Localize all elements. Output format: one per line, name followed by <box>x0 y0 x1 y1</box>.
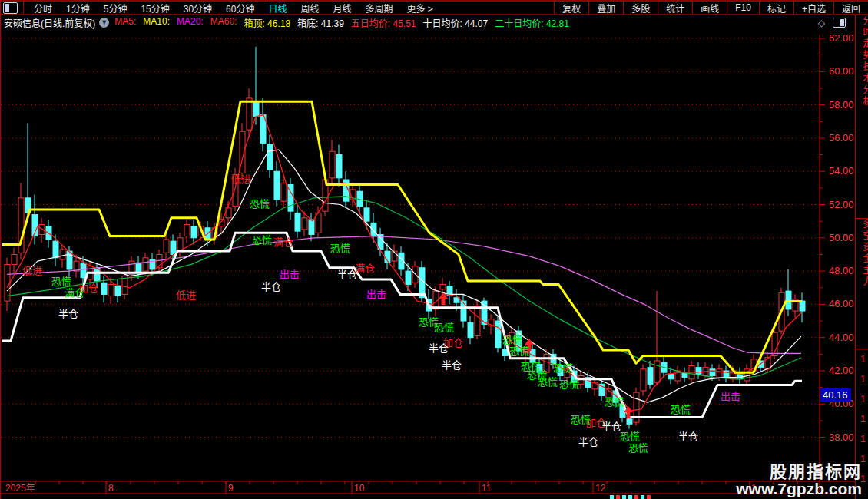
candle-up <box>654 361 660 382</box>
signal-label: 半仓 <box>337 269 357 280</box>
period-tab-多周期[interactable]: 多周期 <box>359 2 400 15</box>
period-tab-15分钟[interactable]: 15分钟 <box>134 2 176 15</box>
period-tab-月线[interactable]: 月线 <box>326 2 359 15</box>
period-tab-更多 >[interactable]: 更多 > <box>400 2 440 15</box>
watermark: 股朋指标网 www.7gpzb.com <box>736 463 862 498</box>
candle-down <box>171 241 176 254</box>
candle-down <box>295 213 300 231</box>
candle-up <box>475 306 480 336</box>
indicator-value: MA20: <box>177 16 204 29</box>
volume-bar-sliver <box>616 495 620 499</box>
signal-label: 恐慌 <box>502 334 522 345</box>
signal-label: 恐慌 <box>250 198 270 210</box>
price-tag-value: 40.16 <box>823 389 848 401</box>
period-tab-周线[interactable]: 周线 <box>293 2 326 15</box>
period-tab-5分钟[interactable]: 5分钟 <box>97 2 134 15</box>
signal-label: 恐慌 <box>434 322 454 333</box>
toolbar-button-统计[interactable]: 统计 <box>658 2 692 14</box>
candlestick-chart[interactable]: 低进恐慌满仓加仓半仓低进低进恐慌恐慌满仓恐慌满仓出击半仓半仓出击恐慌恐慌加仓半仓… <box>1 31 868 499</box>
volume-bar-sliver <box>647 495 651 499</box>
period-toolbar: 分时1分钟5分钟15分钟30分钟60分钟日线周线月线多周期更多 > 复权叠加多股… <box>1 0 868 15</box>
toolbar-button-F10[interactable]: F10 <box>727 2 759 14</box>
indicator-value: 箱底: 41.39 <box>297 16 344 29</box>
indicator-value: 箱顶: 46.18 <box>244 16 290 29</box>
candle-down <box>101 283 107 294</box>
indicator-value: 二十日均价: 42.81 <box>495 16 569 29</box>
toolbar-divider <box>23 2 24 14</box>
candle-up <box>108 284 114 296</box>
period-tab-60分钟[interactable]: 60分钟 <box>219 2 261 15</box>
window-layout-icon[interactable] <box>3 2 18 14</box>
toolbar-button-标记[interactable]: 标记 <box>759 2 793 14</box>
indicator-value: 十日均价: 44.07 <box>423 16 489 29</box>
candle-up <box>164 240 169 253</box>
chevron-down-icon[interactable]: ▼ <box>99 18 109 28</box>
candle-down <box>364 208 369 221</box>
x-axis-label: 2025年 <box>5 483 35 494</box>
volume-bar-sliver <box>641 495 644 499</box>
sidebar-tab-label: 分时走势技术分析 <box>860 15 868 218</box>
candle-down <box>115 286 121 296</box>
y-axis-label: 62.00 <box>829 32 854 44</box>
candle-down <box>710 369 715 376</box>
period-tab-30分钟[interactable]: 30分钟 <box>177 2 219 15</box>
y-axis-label: 60.00 <box>829 65 854 77</box>
sidebar-tab-label: 多空资金主力 <box>860 219 868 349</box>
sidebar-tab-2[interactable]: 多空资金主力 <box>856 219 868 349</box>
signal-label: 出击 <box>280 269 300 280</box>
quote-digit: 1 <box>860 349 868 369</box>
x-axis-label: 8 <box>108 483 114 494</box>
volume-bar-sliver <box>622 495 626 499</box>
signal-label: 恐慌 <box>671 404 691 415</box>
signal-label: 低进 <box>176 289 196 301</box>
quote-digit: 1 <box>860 429 868 449</box>
period-tab-分时[interactable]: 分时 <box>27 2 59 15</box>
candle-down <box>800 301 805 311</box>
right-sidebar[interactable]: 分时走势技术分析 多空资金主力 1111111 <box>855 15 868 499</box>
toolbar-button-返回[interactable]: 返回 <box>833 2 868 14</box>
watermark-site-name: 股朋指标网 <box>736 463 862 481</box>
signal-label: 满仓 <box>273 236 293 248</box>
signal-label: 半仓 <box>601 421 621 432</box>
candle-up <box>12 254 17 264</box>
x-axis-label: 11 <box>482 483 492 494</box>
panel-toggle-icon[interactable] <box>833 18 846 28</box>
y-axis-label: 48.00 <box>829 265 854 276</box>
period-tab-日线[interactable]: 日线 <box>261 2 293 15</box>
indicator-value: 五日均价: 45.51 <box>351 16 416 29</box>
y-axis-label: 44.00 <box>829 332 854 343</box>
diamond-icon[interactable]: ◇ <box>818 18 825 28</box>
toolbar-button-叠加[interactable]: 叠加 <box>588 2 623 14</box>
signal-label: 加仓 <box>78 283 98 294</box>
candle-down <box>371 223 376 236</box>
candle-up <box>717 369 722 378</box>
indicator-value: MA10: <box>143 16 170 29</box>
candle-down <box>696 368 701 375</box>
candle-up <box>39 224 45 234</box>
sidebar-tab-1[interactable]: 分时走势技术分析 <box>856 15 868 219</box>
toolbar-button-复权[interactable]: 复权 <box>554 2 588 14</box>
signal-label: 半仓 <box>429 342 449 354</box>
candle-down <box>267 145 273 170</box>
candle-down <box>309 220 314 234</box>
signal-label: 满仓 <box>355 263 375 274</box>
signal-label: 半仓 <box>58 308 78 319</box>
signal-label: 恐慌 <box>252 234 272 246</box>
toolbar-button-多股[interactable]: 多股 <box>623 2 658 14</box>
toolbar-button-画线[interactable]: 画线 <box>692 2 727 14</box>
candle-up <box>247 98 252 130</box>
stock-title[interactable]: 安硕信息(日线.前复权) <box>4 16 95 29</box>
signal-label: 出击 <box>721 391 740 402</box>
signal-label: 低进 <box>231 173 251 185</box>
signal-label: 出击 <box>366 289 386 300</box>
y-axis-label: 46.00 <box>829 298 854 309</box>
y-axis-label: 42.00 <box>829 365 854 376</box>
signal-label: 恐慌 <box>628 442 648 454</box>
candle-down <box>336 155 342 178</box>
period-tab-1分钟[interactable]: 1分钟 <box>59 2 97 15</box>
quote-digit: 1 <box>860 409 868 429</box>
x-axis-label: 10 <box>354 483 365 494</box>
toolbar-button-+自选[interactable]: +自选 <box>793 2 833 14</box>
watermark-url: www.7gpzb.com <box>736 481 862 498</box>
candle-down <box>786 291 791 309</box>
